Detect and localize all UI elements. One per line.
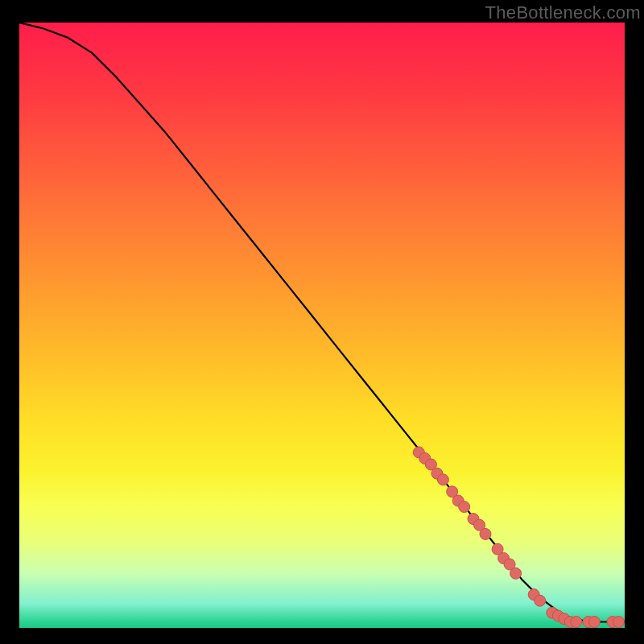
data-point xyxy=(480,528,491,539)
data-point xyxy=(588,617,600,628)
curve-line xyxy=(19,23,625,622)
data-point xyxy=(459,502,470,513)
chart-svg xyxy=(19,23,625,628)
data-point xyxy=(613,617,625,628)
data-point xyxy=(510,568,522,579)
data-points xyxy=(413,447,624,628)
chart-frame xyxy=(19,23,625,628)
data-point xyxy=(535,595,546,606)
watermark-text: TheBottleneck.com xyxy=(485,2,641,23)
data-point xyxy=(571,617,582,628)
data-point xyxy=(437,474,448,485)
